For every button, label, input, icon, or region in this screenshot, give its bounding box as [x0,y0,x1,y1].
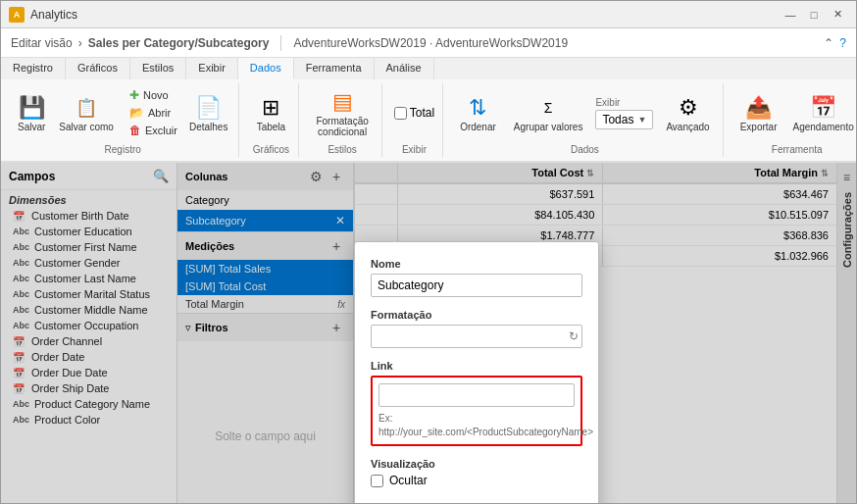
dados-group-label: Dados [455,144,715,155]
save-as-label: Salvar como [59,122,114,132]
ocultar-checkbox[interactable] [371,475,383,487]
nome-field: Nome [371,258,582,297]
formatacao-button[interactable]: ▤ Formatação condicional [311,85,373,140]
main-area: Campos 🔍 Dimensões 📅 Customer Birth Date… [1,163,856,504]
agendamento-label: Agendamento [792,122,853,132]
breadcrumb-current-page: Sales per Category/Subcategory [88,36,270,50]
ribbon-tabs: Registro Gráficos Estilos Exibir Dados F… [1,58,856,79]
avancado-label: Avançado [666,122,709,132]
detalhes-button[interactable]: 📄 Detalhes [184,91,232,135]
ordenar-icon: ⇅ [464,94,491,122]
excluir-icon: 🗑 [129,124,141,137]
abrir-button[interactable]: 📂 Abrir [126,105,180,121]
abrir-label: Abrir [148,107,171,119]
link-hint-text: Ex: http://your_site.com/<ProductSubcate… [378,413,593,437]
modal-overlay: Nome Formatação ↻ Link Ex: http: [1,163,856,504]
ordenar-label: Ordenar [460,122,496,132]
tabela-button[interactable]: ⊞ Tabela [251,91,290,135]
close-button[interactable]: ✕ [827,5,848,25]
tab-estilos[interactable]: Estilos [130,58,186,79]
novo-button[interactable]: ✚ Novo [126,87,180,103]
excluir-label: Excluir [145,125,177,136]
exibir-group-label: Exibir [394,144,434,155]
help-button[interactable]: ? [839,36,846,50]
link-label: Link [371,360,582,372]
exibir-dropdown-value: Todas [602,113,633,126]
tab-registro[interactable]: Registro [1,58,66,79]
formatacao-label: Formatação condicional [316,116,368,137]
formatacao-label: Formatação [371,309,582,321]
nome-input[interactable] [371,274,582,297]
excluir-button[interactable]: 🗑 Excluir [126,123,180,138]
refresh-icon[interactable]: ↻ [569,329,579,343]
minimize-button[interactable]: — [780,5,801,25]
window-controls[interactable]: — □ ✕ [780,5,848,25]
tab-exibir[interactable]: Exibir [186,58,238,79]
detalhes-icon: 📄 [195,94,223,122]
breadcrumb-divider [280,35,281,51]
agrupar-icon: Σ [534,94,562,122]
novo-label: Novo [143,89,169,101]
app-icon: A [9,7,25,23]
formatacao-field: Formatação ↻ [371,309,582,348]
ferramenta-group-label: Ferramenta [735,144,857,155]
collapse-ribbon-button[interactable]: ⌃ [824,36,833,50]
avancado-icon: ⚙ [675,94,702,122]
ordenar-button[interactable]: ⇅ Ordenar [455,91,501,135]
total-label: Total [410,106,434,120]
novo-icon: ✚ [129,88,139,102]
avancado-button[interactable]: ⚙ Avançado [661,91,714,135]
agrupar-button[interactable]: Σ Agrupar valores [509,91,588,135]
save-as-button[interactable]: 📋 Salvar como [54,91,119,135]
agendamento-icon: 📅 [810,94,837,122]
ribbon: Registro Gráficos Estilos Exibir Dados F… [1,58,856,163]
maximize-button[interactable]: □ [803,5,825,25]
exibir-dropdown[interactable]: Todas ▼ [595,110,653,129]
title-bar: A Analytics — □ ✕ [1,1,856,28]
agendamento-button[interactable]: 📅 Agendamento [787,91,857,135]
exportar-icon: 📤 [745,94,773,122]
breadcrumb-bar: Editar visão › Sales per Category/Subcat… [1,28,856,58]
tab-dados[interactable]: Dados [238,58,294,79]
ribbon-content: 💾 Salvar 📋 Salvar como ✚ Novo 📂 Abrir [1,79,856,161]
link-input[interactable] [378,383,575,407]
save-as-icon: 📋 [73,94,100,122]
datasource-info: AdventureWorksDW2019 · AdventureWorksDW2… [293,36,568,50]
tab-ferramenta[interactable]: Ferramenta [294,58,375,79]
link-field-box: Ex: http://your_site.com/<ProductSubcate… [371,376,582,446]
total-checkbox[interactable] [394,107,407,120]
tabela-label: Tabela [257,122,285,132]
tab-analise[interactable]: Análise [375,58,434,79]
formatacao-input[interactable] [371,325,582,348]
graficos-group-label: Gráficos [251,144,290,155]
detalhes-label: Detalhes [189,122,227,132]
exportar-label: Exportar [740,122,778,132]
dropdown-arrow-icon: ▼ [637,115,646,125]
formatacao-icon: ▤ [328,88,356,116]
total-checkbox-label[interactable]: Total [394,106,434,120]
abrir-icon: 📂 [129,106,144,120]
agrupar-label: Agrupar valores [514,122,583,132]
breadcrumb-edit-link[interactable]: Editar visão [11,36,73,50]
exibir-dropdown-label: Exibir [595,97,620,108]
app-title: Analytics [30,8,77,22]
link-field-container: Link Ex: http://your_site.com/<ProductSu… [371,360,582,446]
save-button[interactable]: 💾 Salvar [13,91,50,135]
save-label: Salvar [18,122,45,132]
ocultar-label: Ocultar [389,474,428,487]
nome-label: Nome [371,258,582,270]
breadcrumb-separator: › [78,36,82,50]
exportar-button[interactable]: 📤 Exportar [735,91,782,135]
edit-field-modal: Nome Formatação ↻ Link Ex: http: [354,241,599,504]
ocultar-row: Ocultar [371,474,582,487]
visualizacao-section: Visualização Ocultar [371,458,582,487]
visualizacao-label: Visualização [371,458,582,470]
tabela-icon: ⊞ [257,94,284,122]
estilos-group-label: Estilos [311,144,373,155]
registro-group-label: Registro [13,144,232,155]
save-icon: 💾 [18,94,45,122]
tab-graficos[interactable]: Gráficos [66,58,130,79]
